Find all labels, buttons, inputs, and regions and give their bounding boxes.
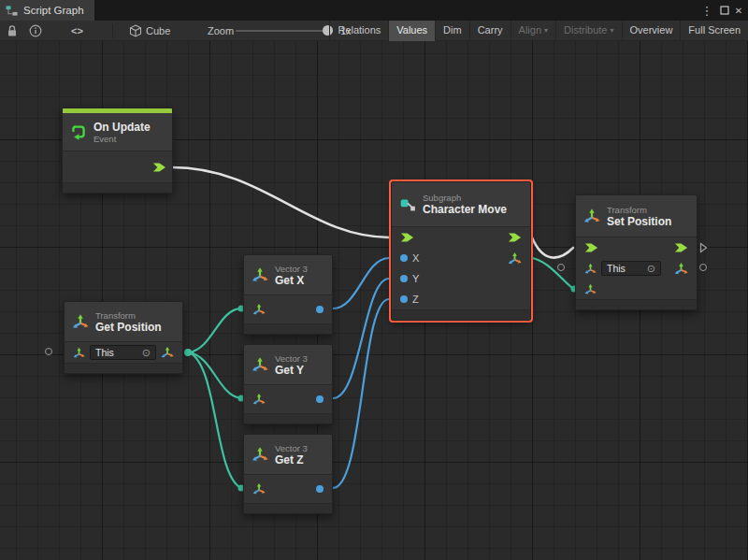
on-update-event-icon (70, 123, 87, 140)
node-subtitle: Vector 3 (275, 264, 308, 274)
node-subtitle: Vector 3 (275, 443, 308, 453)
node-get-x[interactable]: Vector 3 Get X (243, 254, 333, 335)
subgraph-icon (399, 196, 416, 213)
this-value-field[interactable]: This ⊙ (90, 345, 156, 360)
cube-icon (129, 24, 142, 37)
graph-canvas[interactable]: On Update Event Subgraph Character Move (0, 41, 748, 560)
carry-button[interactable]: Carry (469, 21, 511, 41)
getposition-output-port[interactable] (184, 349, 192, 356)
vector3-icon (252, 446, 268, 463)
y-output-port[interactable] (316, 395, 324, 403)
tab-title: Script Graph (23, 5, 84, 16)
zoom-slider-track[interactable] (236, 30, 333, 32)
object-target-icon: ⊙ (641, 264, 655, 273)
info-icon (29, 24, 42, 37)
object-target-icon: ⊙ (137, 348, 151, 357)
node-title: Set Position (607, 215, 671, 228)
vector3-icon (252, 266, 268, 283)
vector-input-expand-icon[interactable] (252, 482, 266, 495)
zoom-slider[interactable] (236, 21, 333, 41)
dropdown-caret-icon: ▾ (611, 26, 614, 35)
window-close-button[interactable]: ✕ (731, 0, 746, 21)
x-output-port[interactable] (316, 306, 324, 313)
node-body (244, 384, 332, 413)
node-title: Get X (275, 274, 308, 287)
node-title: Character Move (423, 203, 507, 216)
setposition-this-port-unconnected[interactable] (557, 264, 565, 271)
info-button[interactable] (29, 21, 42, 41)
node-body (244, 474, 332, 503)
window-tab-bar: Script Graph ⋮ ✕ (0, 0, 748, 21)
window-menu-button[interactable]: ⋮ (699, 0, 714, 21)
graph-toolbar: <> Cube Zoom 1x Relations Values Dim Car… (0, 21, 748, 41)
vector-output-expand-icon[interactable] (508, 251, 522, 266)
port-row-z: Z (392, 289, 530, 309)
relations-button[interactable]: Relations (329, 21, 388, 41)
this-value-field[interactable]: This ⊙ (601, 261, 661, 276)
port-row (244, 385, 332, 413)
vector3-icon (252, 356, 268, 373)
port-row (244, 475, 332, 503)
vector-output-expand-icon[interactable] (674, 262, 688, 276)
node-body: This ⊙ (576, 237, 697, 299)
x-input-port[interactable] (400, 254, 408, 262)
y-input-port[interactable] (400, 275, 408, 282)
control-output-port[interactable] (674, 242, 688, 253)
lock-button[interactable] (7, 21, 18, 41)
target-object-label[interactable]: Cube (146, 21, 170, 41)
setposition-control-output-unconnected[interactable] (699, 242, 708, 253)
node-get-z[interactable]: Vector 3 Get Z (243, 434, 333, 514)
node-footer (244, 413, 332, 424)
vector-input-port-icon[interactable] (584, 283, 597, 295)
window-maximize-button[interactable] (717, 0, 732, 21)
overview-button[interactable]: Overview (622, 21, 681, 41)
port-label-z: Z (412, 294, 419, 305)
zoom-label: Zoom (208, 21, 234, 41)
node-subtitle: Transform (95, 310, 162, 321)
port-row-x: X (392, 248, 530, 268)
node-on-update[interactable]: On Update Event (62, 108, 173, 194)
distribute-button[interactable]: Distribute▾ (555, 21, 621, 41)
dim-button[interactable]: Dim (435, 21, 469, 41)
node-header: Transform Set Position (576, 195, 697, 237)
align-button[interactable]: Align▾ (511, 21, 555, 41)
vector-input-expand-icon[interactable] (252, 393, 266, 406)
node-get-position[interactable]: Transform Get Position This ⊙ (64, 301, 183, 374)
wire-getposition-to-getz (189, 352, 241, 488)
node-header: Vector 3 Get Z (244, 435, 332, 474)
values-button[interactable]: Values (388, 21, 435, 41)
code-icon: <> (71, 25, 83, 36)
target-object-icon (129, 21, 142, 41)
vector-output-expand-icon[interactable] (161, 346, 174, 359)
node-character-move[interactable]: Subgraph Character Move X Y (391, 181, 531, 321)
z-input-port[interactable] (400, 295, 408, 303)
getposition-this-port-unconnected[interactable] (45, 348, 52, 355)
control-input-port[interactable] (400, 232, 414, 243)
control-input-port[interactable] (584, 242, 598, 253)
node-header: On Update Event (63, 113, 172, 151)
toolbar-separator (112, 23, 113, 38)
port-row-y: Y (392, 268, 530, 289)
setposition-value-output-unconnected[interactable] (699, 264, 707, 271)
full-screen-button[interactable]: Full Screen (680, 21, 748, 41)
wire-getposition-to-getx (189, 309, 241, 352)
this-value-text: This (607, 263, 626, 274)
wire-onupdate-to-charactermove (172, 167, 390, 237)
node-footer (65, 363, 182, 373)
node-body (244, 294, 332, 323)
node-set-position[interactable]: Transform Set Position This ⊙ (575, 194, 698, 310)
dropdown-caret-icon: ▾ (544, 26, 548, 35)
node-subtitle: Event (94, 134, 151, 144)
node-get-y[interactable]: Vector 3 Get Y (243, 344, 333, 424)
tab-script-graph[interactable]: Script Graph (0, 0, 94, 21)
this-value-text: This (95, 347, 114, 358)
script-graph-window: Script Graph ⋮ ✕ <> Cube Zoom (0, 0, 748, 560)
transform-icon (72, 313, 89, 330)
vector-input-expand-icon[interactable] (252, 303, 266, 316)
node-title: On Update (94, 121, 151, 134)
code-view-button[interactable]: <> (71, 21, 83, 41)
z-output-port[interactable] (316, 485, 324, 493)
control-output-port[interactable] (152, 162, 166, 173)
node-header: Subgraph Character Move (392, 182, 530, 226)
control-output-port[interactable] (508, 232, 522, 243)
